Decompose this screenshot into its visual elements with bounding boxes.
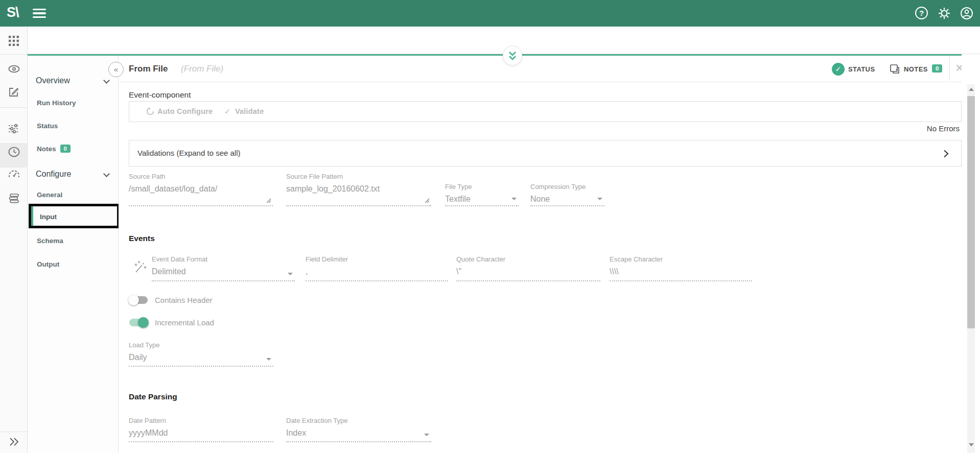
notes-count-badge: 0 <box>60 145 71 153</box>
validations-expander[interactable]: Validations (Expand to see all) <box>129 140 962 166</box>
source-file-pattern-field[interactable]: Source File Pattern sample_log_20160602.… <box>286 173 431 206</box>
date-pattern-field[interactable]: Date Pattern yyyyMMdd <box>129 417 273 442</box>
event-component-label: Event-component <box>129 90 191 100</box>
chevron-down-icon[interactable] <box>103 171 110 177</box>
panel-header-divider <box>119 82 980 82</box>
file-type-select[interactable]: File Type Textfile <box>445 183 519 206</box>
auto-configure-button[interactable]: Auto Configure <box>157 107 213 115</box>
date-extraction-type-select[interactable]: Date Extraction Type Index <box>286 417 431 442</box>
account-icon[interactable] <box>960 7 973 20</box>
resize-handle-icon[interactable] <box>266 198 271 203</box>
notes-icon[interactable] <box>889 63 900 75</box>
nav-item-schema[interactable]: Schema <box>37 237 63 245</box>
selected-indicator-bar <box>31 206 33 226</box>
resize-handle-icon[interactable] <box>425 198 430 203</box>
source-path-field[interactable]: Source Path /small_dataset/log_data/ <box>129 173 273 206</box>
dropdown-arrow-icon <box>424 434 429 436</box>
validations-label: Validations (Expand to see all) <box>137 149 241 157</box>
configure-sliders-icon[interactable] <box>8 123 19 134</box>
workflow-toolbar: Demo_From File Development Workflow Inte… <box>0 27 980 54</box>
nav-section-overview[interactable]: Overview <box>36 76 70 85</box>
auto-configure-icon <box>146 107 154 115</box>
nav-item-general[interactable]: General <box>37 191 62 199</box>
preview-eye-icon[interactable] <box>8 64 20 74</box>
dropdown-arrow-icon <box>511 198 517 200</box>
status-check-icon: ✓ <box>832 63 845 76</box>
event-data-format-select[interactable]: Event Data Format Delimited <box>152 255 295 281</box>
collapse-nav-icon[interactable]: « <box>108 62 124 77</box>
nav-item-run-history[interactable]: Run History <box>37 99 76 107</box>
scrollbar-thumb[interactable] <box>967 96 975 328</box>
chevron-right-icon <box>943 150 949 158</box>
edit-icon[interactable] <box>8 86 19 98</box>
status-button[interactable]: STATUS <box>848 65 875 73</box>
notes-count-badge: 0 <box>932 64 942 73</box>
rail-divider <box>0 107 28 108</box>
nav-item-output[interactable]: Output <box>37 260 59 268</box>
nav-item-notes[interactable]: Notes0 <box>37 145 71 153</box>
scroll-up-icon[interactable] <box>969 88 974 91</box>
notes-button[interactable]: NOTES <box>904 65 928 73</box>
nav-item-input-selected[interactable]: Input <box>29 204 120 228</box>
incremental-load-label: Incremental Load <box>155 318 214 327</box>
date-parsing-heading: Date Parsing <box>129 392 177 401</box>
help-icon[interactable]: ? <box>915 7 928 19</box>
expand-rail-icon[interactable] <box>8 437 20 446</box>
expand-canvas-icon[interactable] <box>503 46 522 65</box>
event-component-actions: Auto Configure ✓ Validate <box>129 101 962 122</box>
dashboard-gauge-icon[interactable] <box>8 169 20 179</box>
hamburger-menu-icon[interactable] <box>33 9 46 18</box>
contains-header-label: Contains Header <box>155 296 213 304</box>
app-logo[interactable]: S\ <box>7 5 19 20</box>
nav-item-status[interactable]: Status <box>37 122 58 130</box>
load-type-select[interactable]: Load Type Daily <box>129 341 273 367</box>
rail-divider <box>0 54 28 55</box>
layers-stack-icon[interactable] <box>8 193 20 204</box>
events-heading: Events <box>129 234 155 243</box>
header-divider <box>949 57 950 81</box>
nav-section-configure[interactable]: Configure <box>36 170 71 179</box>
contains-header-toggle[interactable] <box>129 296 148 304</box>
top-app-bar: S\ ? <box>0 0 980 27</box>
icon-rail <box>0 27 28 453</box>
quote-character-field[interactable]: Quote Character \" <box>456 255 600 281</box>
settings-gear-icon[interactable] <box>938 7 951 20</box>
panel-subtitle: (From File) <box>181 64 223 74</box>
apps-grid-icon[interactable] <box>8 35 19 46</box>
config-nav-panel: Overview Run History Status Notes0 Confi… <box>28 56 119 453</box>
validate-button[interactable]: Validate <box>235 107 264 115</box>
dropdown-arrow-icon <box>266 358 271 361</box>
chevron-down-icon[interactable] <box>103 77 110 84</box>
validate-check-icon: ✓ <box>224 107 230 115</box>
incremental-load-toggle[interactable] <box>129 319 148 326</box>
compression-type-select[interactable]: Compression Type None <box>530 183 604 206</box>
field-delimiter-field[interactable]: Field Delimiter , <box>306 255 448 281</box>
no-errors-status: No Errors <box>927 124 960 133</box>
dropdown-arrow-icon <box>288 273 293 275</box>
history-clock-icon[interactable] <box>8 146 20 158</box>
magic-wand-icon <box>132 259 147 275</box>
escape-character-field[interactable]: Escape Character \\\\ <box>610 255 752 281</box>
panel-title: From File <box>129 64 168 74</box>
rail-divider <box>0 432 28 432</box>
dropdown-arrow-icon <box>597 198 602 200</box>
scroll-down-icon[interactable] <box>969 443 974 446</box>
